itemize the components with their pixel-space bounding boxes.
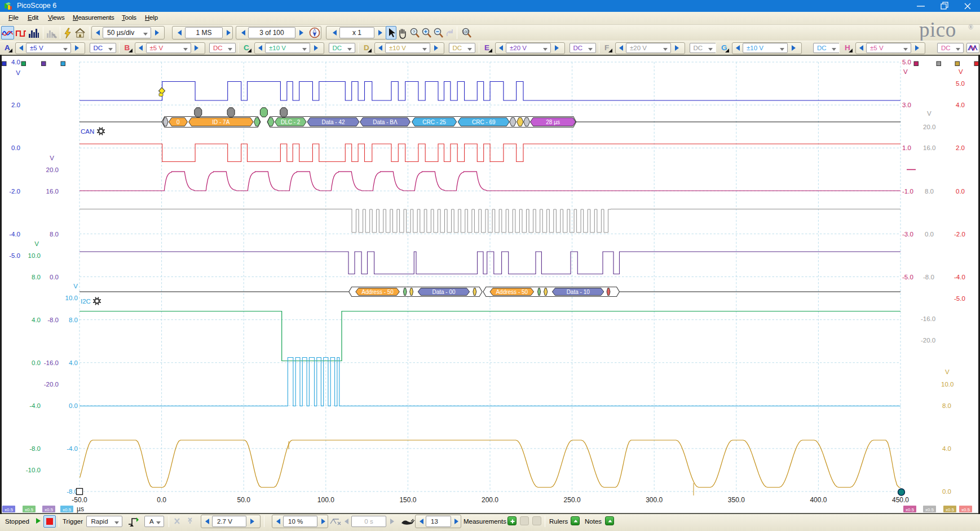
- svg-text:V: V: [927, 110, 932, 117]
- svg-text:-4.0: -4.0: [67, 445, 78, 452]
- svg-text:4.0: 4.0: [942, 445, 951, 452]
- svg-text:0.0: 0.0: [32, 359, 41, 366]
- svg-text:Data - BΛ: Data - BΛ: [373, 119, 398, 125]
- svg-text:x0.5: x0.5: [946, 507, 955, 512]
- svg-text:CAN: CAN: [81, 128, 94, 135]
- svg-text:4.0: 4.0: [32, 317, 41, 323]
- svg-text:10.0: 10.0: [65, 295, 78, 301]
- svg-text:5.0: 5.0: [956, 80, 965, 87]
- svg-text:CRC - 25: CRC - 25: [422, 119, 446, 125]
- svg-text:x0.5: x0.5: [961, 507, 970, 512]
- svg-text:2.0: 2.0: [956, 144, 965, 151]
- svg-text:4.0: 4.0: [69, 359, 78, 366]
- svg-text:-4.0: -4.0: [954, 274, 965, 280]
- svg-text:-4.0: -4.0: [29, 402, 41, 409]
- svg-text:-10.0: -10.0: [26, 467, 41, 473]
- svg-text:x0.5: x0.5: [925, 507, 934, 512]
- svg-text:CRC - 69: CRC - 69: [472, 119, 496, 125]
- svg-text:-5.0: -5.0: [954, 295, 965, 302]
- svg-text:Data - 42: Data - 42: [321, 119, 345, 125]
- svg-text:0.0: 0.0: [942, 488, 951, 495]
- svg-text:16.0: 16.0: [46, 188, 59, 195]
- svg-text:µs: µs: [77, 505, 84, 513]
- svg-text:100: 100: [463, 30, 469, 34]
- svg-text:V: V: [50, 155, 54, 161]
- svg-text:0.0: 0.0: [11, 144, 20, 151]
- svg-text:x0.5: x0.5: [45, 507, 54, 512]
- svg-text:28 µs: 28 µs: [546, 119, 560, 125]
- svg-text:50.0: 50.0: [237, 496, 251, 504]
- svg-text:x0.5: x0.5: [906, 507, 915, 512]
- svg-text:-16.0: -16.0: [921, 315, 935, 322]
- svg-text:-2.0: -2.0: [9, 188, 20, 195]
- svg-text:300.0: 300.0: [646, 496, 663, 504]
- svg-text:8.0: 8.0: [942, 402, 951, 409]
- svg-text:-2.0: -2.0: [954, 231, 965, 238]
- svg-text:V: V: [34, 240, 39, 247]
- svg-text:V: V: [959, 68, 963, 75]
- svg-text:V: V: [903, 68, 908, 75]
- svg-text:-20.0: -20.0: [921, 337, 935, 344]
- svg-text:-8.0: -8.0: [29, 445, 41, 452]
- svg-text:100.0: 100.0: [317, 496, 334, 504]
- svg-text:150.0: 150.0: [399, 496, 416, 504]
- svg-text:-8.0: -8.0: [923, 274, 934, 280]
- svg-text:8.0: 8.0: [69, 317, 78, 323]
- svg-text:Data - 10: Data - 10: [567, 289, 590, 295]
- svg-text:-8.0: -8.0: [47, 317, 59, 323]
- svg-text:20.0: 20.0: [46, 166, 59, 173]
- svg-text:0.0: 0.0: [50, 274, 59, 280]
- svg-text:0.0: 0.0: [925, 231, 934, 238]
- svg-text:-5.0: -5.0: [9, 252, 20, 259]
- svg-text:400.0: 400.0: [810, 496, 827, 504]
- svg-text:Data - 00: Data - 00: [432, 289, 456, 295]
- svg-text:-20.0: -20.0: [44, 381, 59, 388]
- svg-text:20.0: 20.0: [923, 124, 935, 130]
- svg-text:x0.5: x0.5: [25, 507, 34, 512]
- svg-text:200.0: 200.0: [482, 496, 498, 504]
- svg-text:1.0: 1.0: [902, 144, 911, 151]
- svg-text:V: V: [945, 368, 950, 375]
- svg-text:3.0: 3.0: [902, 102, 911, 108]
- svg-text:5.0: 5.0: [902, 59, 911, 65]
- svg-text:-16.0: -16.0: [44, 359, 59, 366]
- svg-text:x0.5: x0.5: [5, 507, 14, 512]
- svg-text:V: V: [73, 283, 78, 289]
- svg-text:0.0: 0.0: [157, 496, 166, 504]
- svg-text:pico: pico: [919, 21, 956, 41]
- svg-text:0.0: 0.0: [956, 188, 965, 195]
- svg-text:®: ®: [968, 23, 973, 31]
- svg-text:250.0: 250.0: [564, 496, 581, 504]
- svg-text:450.0: 450.0: [892, 496, 909, 504]
- svg-text:x0.5: x0.5: [63, 507, 72, 512]
- svg-text:?: ?: [413, 29, 416, 34]
- svg-text:350.0: 350.0: [728, 496, 745, 504]
- svg-text:-50.0: -50.0: [72, 496, 87, 504]
- svg-text:-4.0: -4.0: [9, 231, 20, 238]
- svg-text:2.0: 2.0: [11, 102, 20, 108]
- svg-text:10.0: 10.0: [28, 252, 41, 259]
- svg-text:8.0: 8.0: [50, 231, 59, 238]
- svg-text:ID - 7A: ID - 7A: [212, 119, 229, 125]
- svg-text:0.0: 0.0: [69, 402, 78, 409]
- svg-text:I2C: I2C: [81, 298, 91, 305]
- svg-text:8.0: 8.0: [32, 274, 41, 280]
- svg-text:-1.0: -1.0: [902, 188, 913, 195]
- svg-text:16.0: 16.0: [923, 144, 935, 151]
- svg-text:Address - 50: Address - 50: [361, 289, 394, 295]
- svg-text:4.0: 4.0: [956, 102, 965, 108]
- svg-text:0: 0: [176, 119, 180, 125]
- svg-text:-3.0: -3.0: [902, 231, 913, 238]
- svg-text:V: V: [16, 69, 20, 76]
- svg-text:DLC - 2: DLC - 2: [281, 119, 301, 125]
- svg-text:10.0: 10.0: [941, 381, 953, 388]
- svg-text:4.0: 4.0: [11, 59, 20, 65]
- svg-text:Address - 50: Address - 50: [496, 289, 528, 295]
- svg-text:8.0: 8.0: [925, 188, 934, 195]
- svg-text:-5.0: -5.0: [902, 274, 913, 280]
